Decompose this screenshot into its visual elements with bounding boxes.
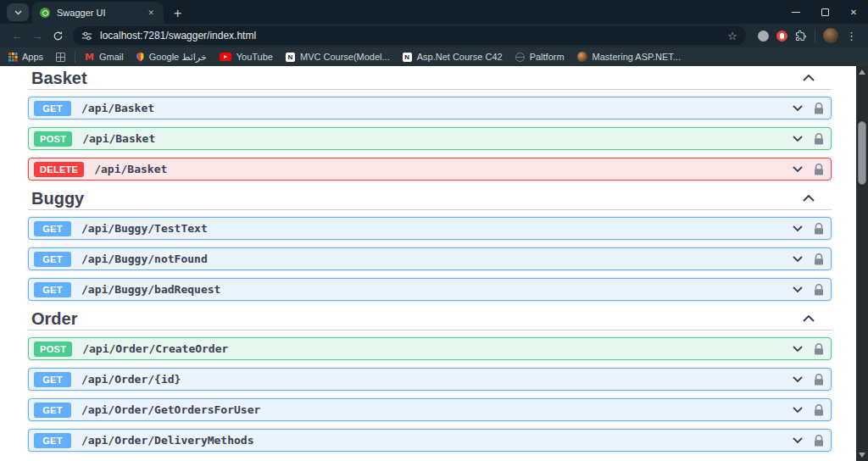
browser-tab[interactable]: Swagger UI ✕ (32, 2, 164, 24)
bookmark-item[interactable]: YouTube (220, 52, 273, 62)
youtube-icon (220, 53, 231, 61)
authorize-lock-icon[interactable] (814, 284, 824, 296)
back-button[interactable]: ← (7, 30, 27, 42)
http-method-badge: POST (34, 342, 72, 357)
scrollbar-down-arrow[interactable] (859, 453, 865, 458)
maps-icon (135, 51, 146, 62)
browser-window: Swagger UI ✕ + ✕ ← → (0, 0, 868, 461)
bookmark-label: Asp.Net Course C42 (417, 52, 503, 62)
bookmark-star-icon[interactable]: ☆ (727, 30, 737, 42)
endpoint-row[interactable]: GET /api/Buggy/badRequest (28, 278, 832, 301)
tab-title: Swagger UI (57, 8, 146, 18)
authorize-lock-icon[interactable] (814, 404, 824, 416)
forward-button[interactable]: → (27, 30, 47, 42)
extensions-area: ⋮ (758, 28, 856, 43)
reload-button[interactable] (47, 31, 68, 42)
authorize-lock-icon[interactable] (814, 133, 824, 145)
endpoint-row[interactable]: POST /api/Basket (28, 127, 832, 150)
maximize-button[interactable] (810, 0, 839, 24)
expand-chevron-icon[interactable] (793, 105, 803, 111)
api-tag-section: Order POST /api/Order/CreateOrder GET /a… (28, 311, 832, 452)
bookmark-item[interactable]: Mastering ASP.NET... (577, 52, 681, 62)
scrollbar-thumb[interactable] (858, 121, 866, 185)
bookmark-item[interactable] (56, 53, 65, 62)
http-method-badge: GET (34, 403, 71, 418)
endpoint-row[interactable]: GET /api/Buggy/notFound (28, 247, 832, 270)
section-header[interactable]: Basket (28, 70, 832, 90)
expand-chevron-icon[interactable] (793, 407, 803, 413)
bookmark-label: Mastering ASP.NET... (593, 52, 681, 62)
browser-menu-icon[interactable]: ⋮ (846, 30, 856, 42)
expand-chevron-icon[interactable] (793, 286, 803, 292)
endpoint-path: /api/Order/CreateOrder (82, 342, 793, 355)
expand-chevron-icon[interactable] (793, 225, 803, 231)
chevron-up-icon[interactable] (803, 315, 815, 322)
expand-chevron-icon[interactable] (793, 136, 803, 142)
endpoint-row[interactable]: GET /api/Order/{id} (28, 368, 832, 391)
endpoint-row[interactable]: GET /api/Buggy/TestText (28, 217, 832, 240)
section-title: Buggy (31, 191, 84, 206)
http-method-badge: GET (34, 372, 71, 387)
minimize-button[interactable] (782, 0, 810, 24)
endpoint-row[interactable]: GET /api/Order/GetOrdersForUser (28, 398, 832, 421)
authorize-lock-icon[interactable] (814, 374, 824, 386)
section-header[interactable]: Buggy (28, 191, 832, 210)
extension-red-icon[interactable] (776, 31, 787, 42)
bookmark-item[interactable]: Apps (8, 52, 43, 62)
endpoint-path: /api/Basket (94, 163, 793, 175)
gmail-icon: M (85, 52, 94, 63)
chevron-up-icon[interactable] (803, 195, 815, 202)
endpoint-path: /api/Buggy/TestText (81, 222, 793, 235)
page-content: Basket GET /api/Basket POST /api/Basket (0, 66, 868, 461)
endpoint-path: /api/Basket (82, 132, 793, 145)
expand-chevron-icon[interactable] (793, 376, 803, 382)
extensions-puzzle-icon[interactable] (795, 30, 807, 42)
authorize-lock-icon[interactable] (814, 435, 824, 447)
url-text[interactable]: localhost:7281/swagger/index.html (100, 30, 727, 42)
bookmark-item[interactable]: Google خرائط (136, 52, 207, 63)
bookmark-item[interactable]: Paltform (515, 52, 565, 62)
authorize-lock-icon[interactable] (814, 164, 824, 175)
http-method-badge: POST (34, 131, 72, 147)
course-icon (577, 52, 587, 62)
site-settings-icon[interactable] (81, 31, 92, 42)
notion-icon: N (403, 53, 412, 62)
expand-chevron-icon[interactable] (793, 256, 803, 262)
bookmark-item[interactable]: NMVC Course(Model... (286, 52, 390, 62)
profile-avatar[interactable] (823, 28, 838, 43)
address-bar[interactable]: localhost:7281/swagger/index.html ☆ (73, 26, 746, 45)
expand-chevron-icon[interactable] (793, 346, 803, 352)
authorize-lock-icon[interactable] (814, 103, 824, 114)
tab-close-icon[interactable]: ✕ (146, 7, 156, 19)
scrollbar[interactable] (856, 66, 868, 461)
http-method-badge: GET (34, 221, 71, 236)
authorize-lock-icon[interactable] (814, 343, 824, 355)
new-tab-button[interactable]: + (174, 7, 181, 20)
bookmarks-divider (75, 52, 75, 63)
endpoint-row[interactable]: GET /api/Basket (28, 97, 832, 119)
squares-icon (56, 53, 65, 62)
endpoint-row[interactable]: DELETE /api/Basket (28, 158, 832, 181)
endpoint-row[interactable]: POST /api/Order/CreateOrder (28, 337, 832, 360)
endpoint-row[interactable]: GET /api/Order/DeliveryMethods (28, 429, 832, 452)
scrollbar-up-arrow[interactable] (859, 69, 865, 75)
endpoint-path: /api/Buggy/notFound (81, 253, 793, 265)
expand-chevron-icon[interactable] (793, 166, 803, 172)
authorize-lock-icon[interactable] (814, 223, 824, 235)
chevron-up-icon[interactable] (803, 75, 815, 81)
section-header[interactable]: Order (28, 311, 832, 330)
minimize-icon (792, 12, 800, 13)
endpoint-path: /api/Order/{id} (81, 373, 793, 386)
bookmark-item[interactable]: MGmail (85, 52, 124, 63)
endpoint-path: /api/Buggy/badRequest (81, 283, 793, 296)
section-title: Basket (31, 70, 87, 86)
extension-gray-icon[interactable] (758, 31, 769, 42)
close-window-button[interactable]: ✕ (839, 0, 868, 24)
reload-icon (53, 31, 64, 42)
tab-search-button[interactable] (7, 3, 29, 21)
bookmark-item[interactable]: NAsp.Net Course C42 (403, 52, 503, 62)
expand-chevron-icon[interactable] (793, 437, 803, 443)
http-method-badge: GET (34, 282, 71, 297)
apps-grid-icon (8, 53, 17, 61)
authorize-lock-icon[interactable] (814, 253, 824, 265)
